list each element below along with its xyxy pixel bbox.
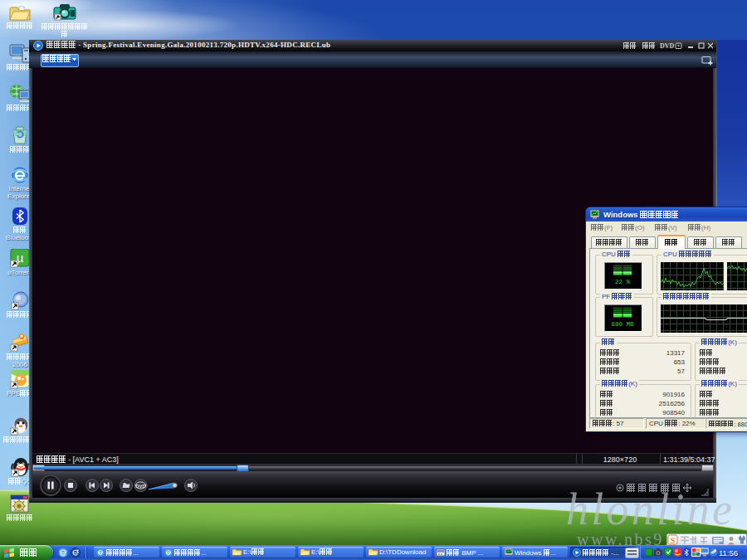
svg-text:22 %: 22 %: [615, 279, 631, 285]
svg-text:S: S: [671, 536, 676, 545]
svg-text:DVD: DVD: [135, 484, 146, 489]
svg-text:880 MB: 880 MB: [611, 321, 634, 328]
